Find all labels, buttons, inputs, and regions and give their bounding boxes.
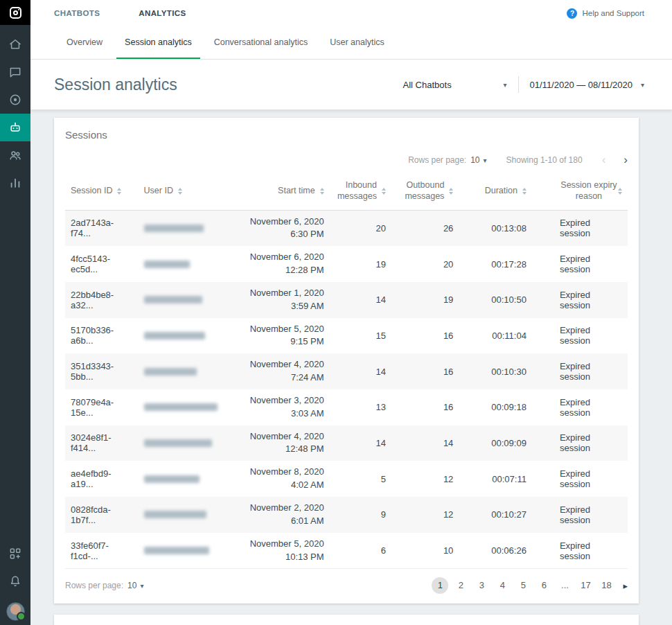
tab-user-analytics[interactable]: User analytics: [321, 26, 393, 59]
apps-add-icon: [8, 547, 22, 561]
table-row[interactable]: 78079e4a-15e... November 3, 2020 3:03 AM…: [65, 389, 628, 425]
sidebar-item-people[interactable]: [0, 141, 30, 169]
main-area: CHATBOTS ANALYTICS ? Help and Support Ov…: [30, 0, 672, 625]
nav-chatbots[interactable]: CHATBOTS: [54, 9, 100, 17]
date-range-dropdown[interactable]: 01/11/2020 — 08/11/2020 ▾: [530, 80, 644, 90]
col-header-duration[interactable]: Duration: [459, 173, 532, 210]
sort-icon[interactable]: [522, 188, 527, 195]
table-row[interactable]: 3024e8f1-f414... November 4, 2020 12:48 …: [65, 425, 628, 461]
rows-per-page-select[interactable]: 10 ▾: [470, 155, 486, 165]
pagination-page-2[interactable]: 2: [452, 577, 469, 594]
sidebar-item-apps[interactable]: [0, 540, 30, 567]
start-time-cell: November 8, 2020 4:02 AM: [228, 461, 329, 497]
user-avatar[interactable]: [6, 602, 25, 621]
tab-conversational-analytics[interactable]: Conversational analytics: [206, 26, 317, 59]
sidebar-item-home[interactable]: [0, 30, 30, 58]
pagination-page-6[interactable]: 6: [536, 577, 552, 594]
pagination-page-5[interactable]: 5: [515, 577, 531, 594]
chevron-down-icon: ▾: [140, 582, 143, 590]
sort-icon[interactable]: [117, 188, 121, 195]
pagination-next-arrow[interactable]: ▸: [623, 581, 628, 591]
date-range-value: 01/11/2020 — 08/11/2020: [530, 80, 633, 90]
session-id-cell: 22bb4be8-a32...: [65, 282, 139, 318]
sort-icon[interactable]: [320, 188, 324, 195]
sort-icon[interactable]: [178, 188, 182, 195]
pagination-page-17[interactable]: 17: [577, 577, 594, 594]
col-header-outbound-messages[interactable]: Outbound messages: [391, 173, 459, 210]
chatbot-filter-dropdown[interactable]: All Chatbots ▾: [403, 80, 507, 90]
table-row[interactable]: 4fcc5143-ec5d... November 6, 2020 12:28 …: [65, 246, 628, 282]
user-id-redacted: [144, 403, 218, 411]
sort-icon[interactable]: [618, 188, 622, 195]
expiry-reason-cell: Expired session: [532, 353, 628, 389]
duration-cell: 00:09:18: [459, 389, 532, 425]
col-header-start-time[interactable]: Start time: [228, 173, 329, 210]
sort-icon[interactable]: [382, 188, 386, 195]
robot-icon: [8, 121, 22, 134]
sort-icon[interactable]: [449, 188, 453, 195]
col-header-user-id[interactable]: User ID: [139, 173, 229, 210]
pagination-page-18[interactable]: 18: [598, 577, 614, 594]
expiry-reason-cell: Expired session: [532, 210, 628, 246]
sidebar-item-channels[interactable]: [0, 86, 30, 114]
start-time-cell: November 3, 2020 3:03 AM: [228, 389, 329, 425]
inbound-messages-cell: 19: [330, 246, 391, 282]
people-icon: [8, 148, 22, 162]
user-id-redacted: [144, 547, 209, 554]
col-header-session-expiry-reason[interactable]: Session expiry reason: [532, 173, 628, 210]
user-id-cell: [139, 533, 229, 569]
col-header-inbound-messages[interactable]: Inbound messages: [330, 173, 391, 210]
pagination-page-1[interactable]: 1: [432, 577, 448, 594]
duration-cell: 00:11:04: [459, 318, 532, 354]
tab-overview[interactable]: Overview: [58, 26, 111, 59]
start-time-cell: November 4, 2020 7:24 AM: [228, 353, 329, 389]
help-and-support[interactable]: ? Help and Support: [567, 8, 644, 19]
table-header-row: Session ID User ID Start time Inbound me…: [65, 173, 628, 210]
sidebar-item-notifications[interactable]: [0, 567, 30, 595]
rows-per-page-label: Rows per page:: [408, 155, 466, 165]
page-header: Session analytics All Chatbots ▾ 01/11/2…: [30, 60, 672, 109]
table-row[interactable]: 22bb4be8-a32... November 1, 2020 3:59 AM…: [65, 282, 628, 318]
next-page-arrow[interactable]: ›: [624, 153, 628, 167]
start-time-cell: November 4, 2020 12:48 PM: [228, 425, 329, 461]
table-row[interactable]: 33fe60f7-f1cd-... November 5, 2020 10:13…: [65, 533, 628, 569]
sessions-card-title: Sessions: [65, 129, 628, 141]
duration-cell: 00:07:11: [459, 461, 532, 497]
nav-analytics[interactable]: ANALYTICS: [139, 9, 186, 17]
inbound-messages-cell: 13: [330, 389, 391, 425]
outbound-messages-cell: 16: [391, 389, 459, 425]
app-logo[interactable]: [0, 0, 30, 25]
table-row[interactable]: 0828fcda-1b7f... November 2, 2020 6:01 A…: [65, 497, 628, 533]
sidebar-item-chatbot[interactable]: [0, 114, 30, 141]
sidebar: [0, 0, 30, 625]
help-label: Help and Support: [582, 9, 644, 17]
chevron-down-icon: ▾: [504, 81, 507, 89]
duration-cell: 00:06:26: [459, 533, 532, 569]
table-row[interactable]: 5170b336-a6b... November 5, 2020 9:15 PM…: [65, 318, 628, 354]
tab-session-analytics[interactable]: Session analytics: [116, 26, 200, 59]
duration-cell: 00:13:08: [459, 210, 532, 246]
table-row[interactable]: 2ad7143a-f74... November 6, 2020 6:30 PM…: [65, 210, 628, 246]
sidebar-item-conversations[interactable]: [0, 58, 30, 86]
start-time-cell: November 1, 2020 3:59 AM: [228, 282, 329, 318]
outbound-messages-cell: 14: [391, 425, 459, 461]
session-id-cell: 3024e8f1-f414...: [65, 425, 139, 461]
col-header-session-id[interactable]: Session ID: [65, 173, 139, 210]
page-title: Session analytics: [54, 76, 177, 94]
sidebar-bottom: [0, 540, 30, 625]
outbound-messages-cell: 16: [391, 318, 459, 354]
table-row[interactable]: 351d3343-5bb... November 4, 2020 7:24 AM…: [65, 353, 628, 389]
table-row[interactable]: ae4efbd9-a19... November 8, 2020 4:02 AM…: [65, 461, 628, 497]
sidebar-item-analytics[interactable]: [0, 169, 30, 197]
rows-per-page-select[interactable]: 10 ▾: [127, 581, 143, 590]
chevron-down-icon: ▾: [484, 157, 487, 164]
expiry-reason-cell: Expired session: [532, 318, 628, 354]
previous-page-arrow[interactable]: ‹: [602, 153, 606, 167]
rows-per-page-label: Rows per page:: [65, 581, 123, 590]
start-time-cell: November 6, 2020 6:30 PM: [228, 210, 329, 246]
start-time-cell: November 2, 2020 6:01 AM: [228, 497, 329, 533]
user-id-cell: [139, 461, 229, 497]
pagination-page-3[interactable]: 3: [473, 577, 490, 594]
pagination-page-4[interactable]: 4: [494, 577, 511, 594]
user-id-cell: [139, 318, 229, 354]
